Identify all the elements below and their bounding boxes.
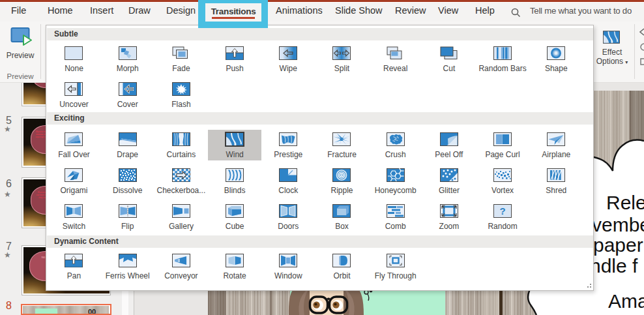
svg-text:?: ? xyxy=(500,205,506,217)
